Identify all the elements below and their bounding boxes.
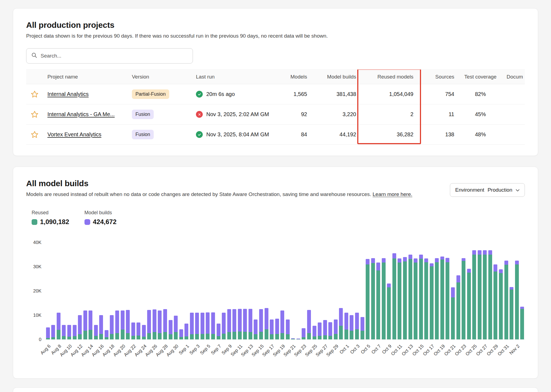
favorite-star-icon[interactable] [31, 90, 39, 98]
bar[interactable] [382, 243, 386, 339]
bar[interactable] [366, 243, 370, 339]
bar[interactable] [355, 243, 359, 339]
bar[interactable] [73, 243, 77, 339]
bar[interactable] [99, 243, 103, 339]
bar[interactable] [430, 243, 434, 339]
bar[interactable] [211, 243, 215, 339]
bar[interactable] [328, 243, 332, 339]
bar[interactable] [520, 243, 524, 339]
bar[interactable] [408, 243, 412, 339]
bar[interactable] [280, 243, 284, 339]
bar[interactable] [440, 243, 444, 339]
bar[interactable] [488, 243, 492, 339]
bar[interactable] [435, 243, 439, 339]
bar[interactable] [291, 243, 295, 339]
col-reused-models[interactable]: Reused models [361, 70, 418, 84]
bar[interactable] [232, 243, 236, 339]
bar[interactable] [323, 243, 327, 339]
project-link[interactable]: Internal Analytics - GA Me... [47, 111, 115, 117]
bar[interactable] [222, 243, 226, 339]
bar[interactable] [115, 243, 119, 339]
bar[interactable] [201, 243, 204, 339]
search-input[interactable] [41, 53, 188, 59]
bar[interactable] [217, 243, 220, 339]
bar[interactable] [137, 243, 140, 339]
bar[interactable] [483, 243, 487, 339]
bar[interactable] [334, 243, 338, 339]
bar[interactable] [344, 243, 348, 339]
bar[interactable] [126, 243, 130, 339]
bar[interactable] [195, 243, 199, 339]
bar[interactable] [153, 243, 156, 339]
bar[interactable] [313, 243, 316, 339]
col-project-name[interactable]: Project name [43, 70, 128, 84]
project-link[interactable]: Internal Analytics [47, 91, 89, 97]
bar[interactable] [110, 243, 114, 339]
bar[interactable] [94, 243, 98, 339]
bar[interactable] [265, 243, 268, 339]
bar[interactable] [249, 243, 252, 339]
environment-dropdown[interactable]: Environment Production [450, 183, 525, 197]
project-search-box[interactable] [26, 48, 193, 64]
bar[interactable] [467, 243, 471, 339]
bar[interactable] [419, 243, 423, 339]
bar[interactable] [424, 243, 428, 339]
bar[interactable] [238, 243, 242, 339]
bar[interactable] [307, 243, 311, 339]
bar[interactable] [158, 243, 162, 339]
bar[interactable] [414, 243, 417, 339]
bar[interactable] [169, 243, 172, 339]
col-sources[interactable]: Sources [418, 70, 459, 84]
bar[interactable] [376, 243, 380, 339]
col-documentation[interactable]: Docum [502, 70, 525, 84]
col-last-run[interactable]: Last run [192, 70, 273, 84]
bar[interactable] [462, 243, 465, 339]
learn-more-link[interactable]: Learn more here. [373, 191, 412, 197]
bar[interactable] [46, 243, 50, 339]
bar[interactable] [494, 243, 497, 339]
bar[interactable] [190, 243, 194, 339]
bar[interactable] [361, 243, 364, 339]
bar[interactable] [57, 243, 60, 339]
project-link[interactable]: Vortex Event Analytics [47, 131, 101, 137]
bar[interactable] [131, 243, 135, 339]
bar[interactable] [121, 243, 125, 339]
bar[interactable] [296, 243, 300, 339]
col-models[interactable]: Models [273, 70, 311, 84]
bar[interactable] [286, 243, 290, 339]
bar[interactable] [83, 243, 87, 339]
bar[interactable] [243, 243, 247, 339]
bar[interactable] [206, 243, 210, 339]
bar[interactable] [275, 243, 279, 339]
bar[interactable] [184, 243, 188, 339]
bar[interactable] [78, 243, 82, 339]
bar[interactable] [350, 243, 353, 339]
bar[interactable] [254, 243, 258, 339]
bar[interactable] [89, 243, 92, 339]
bar[interactable] [318, 243, 322, 339]
bar[interactable] [472, 243, 476, 339]
bar[interactable] [515, 243, 519, 339]
bar[interactable] [446, 243, 449, 339]
bar[interactable] [147, 243, 151, 339]
bar[interactable] [302, 243, 305, 339]
bar[interactable] [371, 243, 375, 339]
bar[interactable] [387, 243, 391, 339]
bar[interactable] [51, 243, 55, 339]
bar[interactable] [456, 243, 460, 339]
bar[interactable] [163, 243, 167, 339]
bar[interactable] [62, 243, 66, 339]
bar[interactable] [105, 243, 108, 339]
bar[interactable] [142, 243, 146, 339]
favorite-star-icon[interactable] [31, 131, 39, 139]
bar[interactable] [499, 243, 503, 339]
bar[interactable] [392, 243, 396, 339]
bar[interactable] [339, 243, 343, 339]
bar[interactable] [478, 243, 482, 339]
bar[interactable] [270, 243, 274, 339]
bar[interactable] [504, 243, 508, 339]
bar[interactable] [451, 243, 455, 339]
bar[interactable] [179, 243, 183, 339]
col-version[interactable]: Version [128, 70, 192, 84]
bar[interactable] [510, 243, 513, 339]
